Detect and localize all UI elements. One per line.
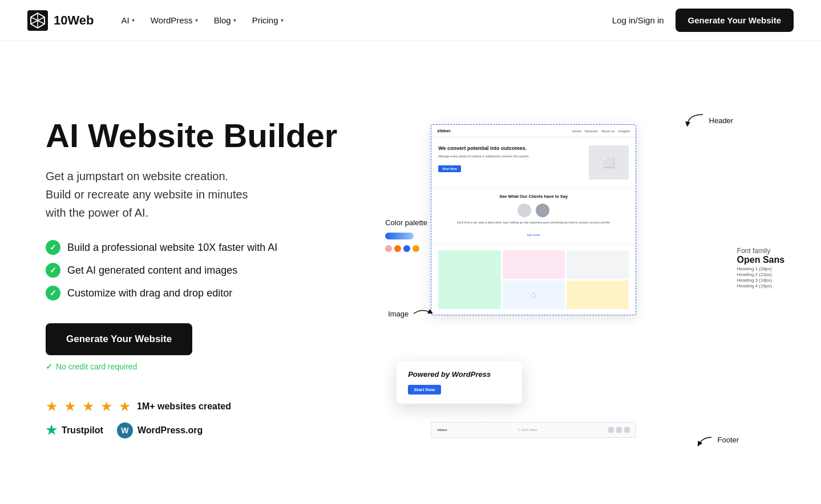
trustpilot-icon: ★ xyxy=(46,423,57,438)
image-label: Image xyxy=(388,310,409,318)
footer-label: Footer xyxy=(718,436,739,444)
mockup-headline: We convert potential into outcomes. xyxy=(438,145,583,152)
annotation-image: Image xyxy=(388,307,434,321)
nav-right: Log in/Sign in Generate Your Website xyxy=(612,9,794,32)
powered-by-wordpress-card: Powered by WordPress Start Now xyxy=(397,361,522,404)
font-sizes: Heading 1 (28px) Heading 2 (22px) Headin… xyxy=(737,266,772,288)
mockup-nav: Home Services About us Insights xyxy=(572,129,630,133)
nav-item-wordpress[interactable]: WordPress ▾ xyxy=(144,11,205,30)
star-3: ★ xyxy=(82,399,95,414)
color-swatches xyxy=(385,245,419,252)
star-1: ★ xyxy=(46,399,58,414)
footer-logo: zibber xyxy=(437,428,447,432)
header-arrow xyxy=(683,112,706,129)
chevron-down-icon: ▾ xyxy=(233,17,236,23)
footer-arrow xyxy=(694,433,714,447)
testimonial-text: Each time a can seek a deal a time, type… xyxy=(438,221,629,225)
mockup-hero-image: ⬜ xyxy=(589,145,629,180)
annotation-font: Font family Open Sans Heading 1 (28px) H… xyxy=(737,247,785,288)
hero-subtitle: Get a jumpstart on website creation. Bui… xyxy=(46,167,337,222)
grid-image-2 xyxy=(503,250,565,279)
check-icon-2 xyxy=(46,263,60,278)
star-2: ★ xyxy=(64,399,76,414)
hero-cta-button[interactable]: Generate Your Website xyxy=(46,323,192,355)
stars-row: ★ ★ ★ ★ ★ 1M+ websites created xyxy=(46,399,337,414)
logo-icon xyxy=(27,10,48,31)
font-name: Open Sans xyxy=(737,255,785,265)
hero-illustration: Header zibber. Home Services About us In… xyxy=(360,101,775,455)
annotation-header: Header xyxy=(683,112,734,129)
mockup-text-block: We convert potential into outcomes. Mana… xyxy=(438,145,583,172)
check-icon-3 xyxy=(46,286,60,300)
feature-item-1: Build a professional website 10X faster … xyxy=(46,240,337,255)
annotation-footer: Footer xyxy=(694,433,739,447)
testimonial-title: See What Our Clients have to Say xyxy=(438,194,629,199)
color-dots xyxy=(385,233,414,239)
mockup-hero-btn: Start Now xyxy=(438,165,461,172)
read-more: see more xyxy=(438,228,629,238)
feature-item-3: Customize with drag and drop editor xyxy=(46,286,337,300)
color-bar-blue xyxy=(385,233,414,239)
header-label: Header xyxy=(709,116,734,125)
testimonial-avatars xyxy=(438,204,629,217)
chevron-down-icon: ▾ xyxy=(195,17,198,23)
mockup-header-bar: zibber. Home Services About us Insights xyxy=(431,125,636,137)
powered-btn: Start Now xyxy=(408,385,440,395)
color-palette-label: Color palette xyxy=(385,218,427,227)
image-placeholder-icon: ⬜ xyxy=(602,156,615,169)
logo-text: 10Web xyxy=(54,13,94,28)
nav-menu: AI ▾ WordPress ▾ Blog ▾ Pricing ▾ xyxy=(115,11,290,30)
avatar-2 xyxy=(536,204,549,217)
avatar-1 xyxy=(517,204,531,217)
trust-row: ★ Trustpilot W WordPress.org xyxy=(46,422,337,438)
footer-copyright: © 2023 zibber xyxy=(518,428,537,432)
hero-features: Build a professional website 10X faster … xyxy=(46,240,337,300)
image-arrow xyxy=(411,307,434,321)
swatch-red xyxy=(385,245,392,252)
hero-left: AI Website Builder Get a jumpstart on we… xyxy=(46,118,337,439)
nav-item-ai[interactable]: AI ▾ xyxy=(115,11,141,30)
nav-left: 10Web AI ▾ WordPress ▾ Blog ▾ Pricing ▾ xyxy=(27,10,290,31)
mockup-hero-content: We convert potential into outcomes. Mana… xyxy=(438,145,629,180)
star-4: ★ xyxy=(100,399,113,414)
mockup-logo: zibber. xyxy=(437,128,451,133)
wordpress-icon: W xyxy=(117,422,133,438)
annotation-color-palette: Color palette xyxy=(385,218,427,252)
login-button[interactable]: Log in/Sign in xyxy=(612,15,664,25)
illustration-container: Header zibber. Home Services About us In… xyxy=(385,101,750,455)
grid-image-5 xyxy=(567,281,629,309)
social-proof: ★ ★ ★ ★ ★ 1M+ websites created ★ Trustpi… xyxy=(46,399,337,438)
swatch-orange xyxy=(394,245,401,252)
hero-section: AI Website Builder Get a jumpstart on we… xyxy=(0,41,821,504)
mockup-testimonial: See What Our Clients have to Say Each ti… xyxy=(431,188,636,244)
websites-count: 1M+ websites created xyxy=(137,401,231,412)
grid-image-1 xyxy=(438,250,500,309)
social-icon-2 xyxy=(616,427,622,433)
nav-cta-button[interactable]: Generate Your Website xyxy=(676,9,794,32)
mockup-hero: We convert potential into outcomes. Mana… xyxy=(431,137,636,188)
logo[interactable]: 10Web xyxy=(27,10,94,31)
mockup-images-grid: ⌂ xyxy=(431,244,636,315)
check-icon-1 xyxy=(46,240,60,255)
social-icon-3 xyxy=(624,427,630,433)
swatch-blue xyxy=(403,245,410,252)
mockup-main: zibber. Home Services About us Insights … xyxy=(431,124,636,315)
trustpilot-badge: ★ Trustpilot xyxy=(46,423,103,438)
hero-title: AI Website Builder xyxy=(46,118,337,154)
powered-text: Powered by WordPress xyxy=(408,370,511,379)
mockup-footer: zibber © 2023 zibber xyxy=(431,422,636,438)
swatch-yellow xyxy=(412,245,419,252)
grid-image-4: ⌂ xyxy=(503,281,565,309)
mockup-subtext: Manage every detail of content in satisf… xyxy=(438,155,583,159)
chevron-down-icon: ▾ xyxy=(132,17,135,23)
social-icon-1 xyxy=(608,427,614,433)
footer-social-icons xyxy=(608,427,630,433)
grid-image-3 xyxy=(567,250,629,279)
star-5: ★ xyxy=(119,399,131,414)
navbar: 10Web AI ▾ WordPress ▾ Blog ▾ Pricing ▾ … xyxy=(0,0,821,41)
wordpress-org-badge: W WordPress.org xyxy=(117,422,203,438)
chevron-down-icon: ▾ xyxy=(281,17,284,23)
nav-item-pricing[interactable]: Pricing ▾ xyxy=(245,11,290,30)
nav-item-blog[interactable]: Blog ▾ xyxy=(207,11,243,30)
no-credit-label: No credit card required xyxy=(46,362,337,371)
